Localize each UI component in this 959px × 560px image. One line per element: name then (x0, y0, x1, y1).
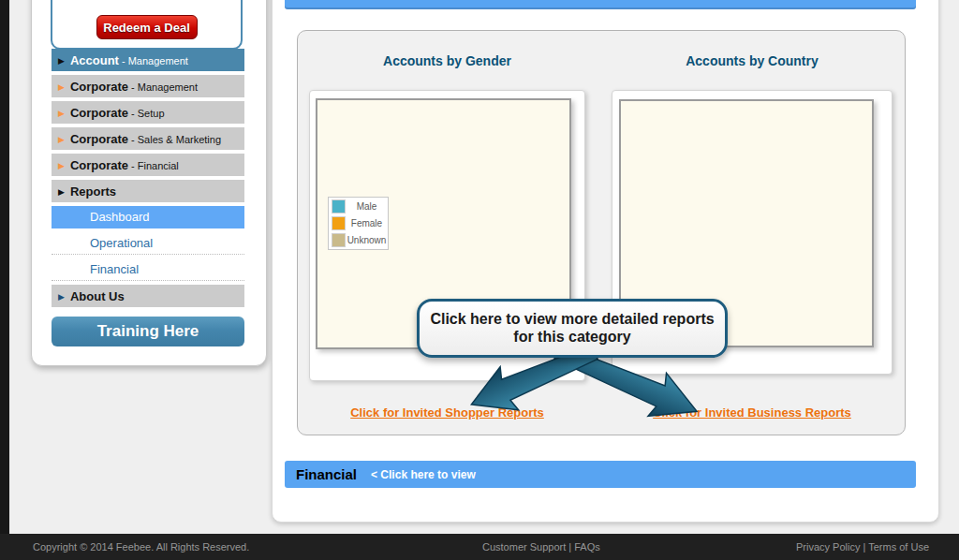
sidebar-menu: ▶Account- Management ▶Corporate- Managem… (52, 49, 244, 311)
footer-support-links: Customer Support | FAQs (482, 541, 600, 553)
financial-bar-title: Financial (296, 466, 357, 482)
sidebar-item-corporate-financial[interactable]: ▶Corporate- Financial (52, 154, 244, 176)
sidebar-item-corporate-setup[interactable]: ▶Corporate- Setup (52, 101, 244, 124)
arrow-right-icon: ▶ (58, 286, 65, 307)
callout-bubble: Click here to view more detailed reports… (417, 299, 728, 358)
sidebar-item-account-management[interactable]: ▶Account- Management (52, 49, 244, 71)
financial-section-bar[interactable]: Financial < Click here to view (285, 461, 916, 488)
female-swatch-icon (332, 216, 346, 230)
privacy-policy-link[interactable]: Privacy Policy (796, 541, 860, 553)
redeem-deal-button[interactable]: Redeem a Deal (96, 15, 198, 39)
legend-item-female: Female (329, 216, 388, 230)
gender-chart-legend: Male Female Unknown (328, 197, 389, 250)
page: Redeem a Deal ▶Account- Management ▶Corp… (0, 0, 959, 560)
arrow-right-icon: ▶ (58, 181, 65, 202)
sidebar-item-operational[interactable]: Operational (52, 232, 244, 255)
top-section-bar[interactable] (285, 0, 916, 9)
male-swatch-icon (332, 199, 346, 214)
footer-legal-links: Privacy Policy | Terms of Use (796, 541, 929, 553)
sidebar-item-reports[interactable]: ▶Reports (52, 180, 244, 202)
sidebar: Redeem a Deal ▶Account- Management ▶Corp… (31, 0, 267, 366)
sidebar-item-corporate-management[interactable]: ▶Corporate- Management (52, 75, 244, 97)
terms-of-use-link[interactable]: Terms of Use (868, 541, 929, 553)
unknown-swatch-icon (332, 233, 346, 247)
copyright-text: Copyright © 2014 Feebee. All Rights Rese… (33, 541, 249, 553)
arrow-right-icon: ▶ (58, 102, 65, 124)
sidebar-item-about-us[interactable]: ▶About Us (52, 285, 244, 307)
sidebar-item-dashboard[interactable]: Dashboard (52, 206, 244, 228)
sidebar-item-corporate-sales-marketing[interactable]: ▶Corporate- Sales & Marketing (52, 127, 244, 150)
footer-separator: | (568, 541, 571, 553)
sidebar-item-financial[interactable]: Financial (52, 258, 244, 281)
financial-click-to-view-link[interactable]: < Click here to view (371, 468, 476, 481)
main-content: Accounts by Gender Accounts by Country M… (272, 0, 939, 523)
redeem-deal-card: Redeem a Deal (51, 0, 243, 50)
arrow-right-icon: ▶ (58, 76, 65, 97)
legend-item-unknown: Unknown (329, 233, 388, 247)
arrow-right-icon: ▶ (58, 128, 65, 150)
footer-separator: | (863, 541, 865, 553)
training-here-button[interactable]: Training Here (52, 317, 244, 346)
gender-chart-title: Accounts by Gender (309, 53, 585, 68)
faqs-link[interactable]: FAQs (574, 541, 600, 553)
arrow-right-icon: ▶ (58, 155, 65, 176)
left-edge-strip (0, 0, 9, 534)
country-chart-title: Accounts by Country (612, 53, 893, 68)
footer: Copyright © 2014 Feebee. All Rights Rese… (0, 534, 959, 560)
dashboard-charts-panel: Accounts by Gender Accounts by Country M… (297, 30, 906, 435)
customer-support-link[interactable]: Customer Support (482, 541, 566, 553)
arrow-right-icon: ▶ (58, 50, 65, 71)
legend-item-male: Male (329, 199, 388, 214)
